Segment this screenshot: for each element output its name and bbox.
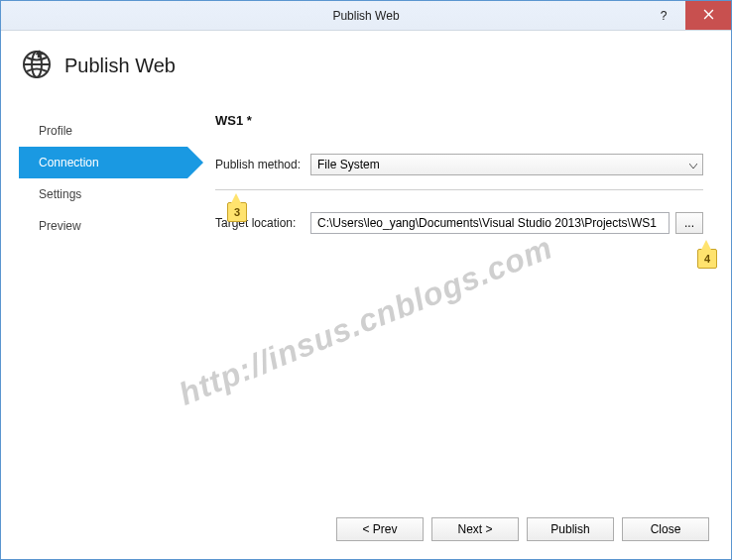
profile-name: WS1 * xyxy=(215,113,703,128)
globe-icon xyxy=(21,49,53,83)
titlebar-controls: ? xyxy=(642,1,731,30)
close-button[interactable] xyxy=(685,1,731,30)
close-dialog-button[interactable]: Close xyxy=(622,517,709,541)
sidebar-item-label: Connection xyxy=(39,156,99,169)
ellipsis-icon: ... xyxy=(684,216,694,230)
dialog-title: Publish Web xyxy=(64,55,176,77)
sidebar-item-preview[interactable]: Preview xyxy=(19,210,187,242)
target-location-input[interactable] xyxy=(310,212,670,234)
prev-button[interactable]: < Prev xyxy=(336,517,424,541)
browse-button[interactable]: ... xyxy=(675,212,703,234)
help-button[interactable]: ? xyxy=(642,1,685,30)
publish-button[interactable]: Publish xyxy=(527,517,614,541)
sidebar-item-label: Preview xyxy=(39,219,81,233)
dialog-window: Publish Web ? xyxy=(0,0,732,560)
publish-method-label: Publish method: xyxy=(215,158,310,171)
dialog-footer: < Prev Next > Publish Close xyxy=(1,507,731,559)
wizard-sidebar: Profile Connection Settings Preview xyxy=(19,107,187,507)
section-divider xyxy=(215,189,703,190)
next-button[interactable]: Next > xyxy=(431,517,519,541)
sidebar-item-connection[interactable]: Connection xyxy=(19,147,187,178)
close-icon xyxy=(703,8,714,23)
dialog-header: Publish Web xyxy=(1,31,731,97)
help-icon: ? xyxy=(661,9,668,23)
sidebar-item-profile[interactable]: Profile xyxy=(19,115,187,147)
target-location-label: Target location: xyxy=(215,216,310,230)
publish-method-select[interactable] xyxy=(310,154,703,175)
sidebar-item-label: Profile xyxy=(39,124,72,138)
titlebar: Publish Web ? xyxy=(1,1,731,31)
main-panel: WS1 * Publish method: Target location: xyxy=(187,107,713,507)
target-location-row: Target location: ... xyxy=(215,212,703,234)
dialog-body: Profile Connection Settings Preview WS1 … xyxy=(1,97,731,507)
publish-method-value[interactable] xyxy=(310,154,703,175)
sidebar-item-label: Settings xyxy=(39,187,81,201)
sidebar-item-settings[interactable]: Settings xyxy=(19,178,187,210)
publish-method-row: Publish method: xyxy=(215,154,703,175)
window-title: Publish Web xyxy=(332,9,399,23)
